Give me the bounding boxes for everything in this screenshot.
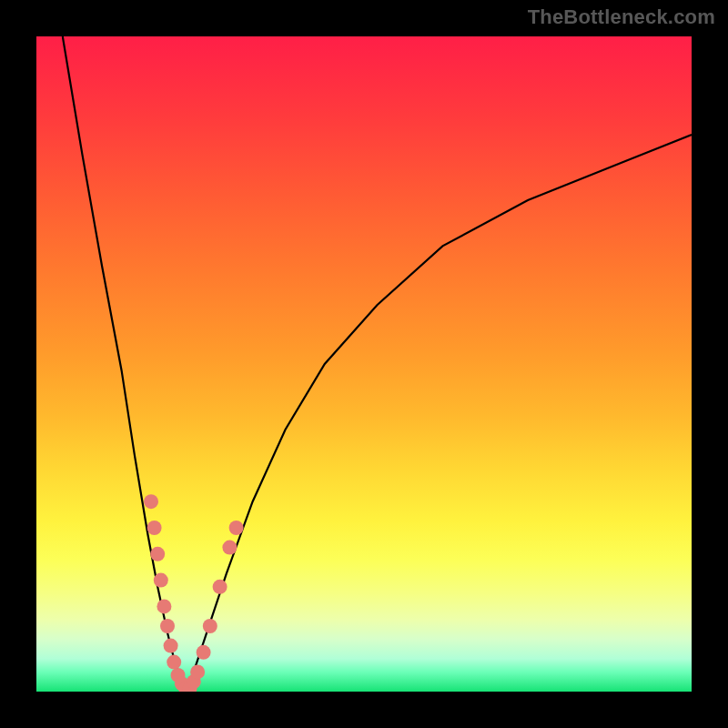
highlight-dot (154, 573, 168, 588)
chart-overlay-svg (36, 36, 692, 692)
highlight-dot (157, 599, 171, 613)
highlight-dot (203, 619, 217, 633)
plot-area (36, 36, 692, 692)
highlight-dot (222, 541, 237, 555)
highlight-dot (147, 521, 162, 535)
highlight-dot (213, 580, 228, 594)
highlight-dot (144, 494, 158, 509)
curve-right-branch (186, 135, 692, 692)
watermark-text: TheBottleneck.com (528, 5, 715, 29)
highlight-dot (229, 521, 244, 535)
chart-frame: TheBottleneck.com (0, 0, 728, 728)
highlight-dot (190, 664, 205, 679)
highlight-dot (150, 547, 165, 561)
highlight-dot (160, 619, 175, 633)
highlight-dot (197, 645, 211, 660)
highlight-dot (164, 639, 178, 653)
highlight-dot (167, 655, 181, 670)
curve-left-branch (63, 36, 186, 692)
